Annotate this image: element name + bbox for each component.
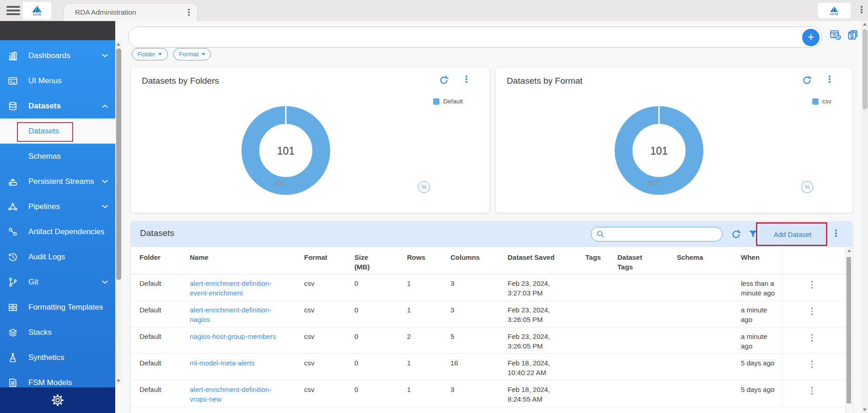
filter-chip-label: Format [179,51,198,58]
sidebar-subitem-datasets[interactable]: Datasets [0,118,115,144]
sidebar-item-fsm-models[interactable]: FSM Models [0,370,115,387]
streams-icon [7,176,18,187]
row-menu-icon[interactable] [811,307,813,327]
sidebar-scrollbar[interactable] [115,41,122,384]
cell-schema [677,274,741,300]
legend-swatch [433,98,439,105]
legend-label: csv [822,98,831,105]
scroll-down-icon[interactable] [117,380,120,382]
column-header[interactable]: Columns [450,247,508,274]
row-menu-icon[interactable] [811,360,813,380]
scroll-up-icon[interactable] [847,249,851,252]
scroll-down-icon[interactable] [863,408,867,411]
table-row: Default nagios-host-group-members csv 0 … [131,327,852,354]
legend-item-default[interactable]: Default [433,98,463,105]
column-header[interactable]: When [741,247,782,274]
sidebar-item-persistent-streams[interactable]: Persistent Streams [0,169,115,194]
save-layout-icon[interactable] [847,28,859,43]
column-header[interactable]: Folder [139,247,190,274]
cell-dataset-tags [617,381,677,407]
sidebar-item-label: Datasets [28,102,61,111]
sidebar-item-synthetics[interactable]: Synthetics [0,345,115,370]
cell-columns: 5 [450,327,508,354]
sidebar-item-stacks[interactable]: Stacks [0,320,115,345]
donut-data-label: 101 [274,179,285,187]
dataset-name-link[interactable]: alert-enrichment-definition-nagios [190,301,304,327]
hamburger-menu-icon[interactable] [6,6,20,15]
dashboards-icon [7,50,18,61]
refresh-icon[interactable] [802,75,812,87]
column-header[interactable]: Size(MB) [354,247,407,274]
sidebar-item-formatting-templates[interactable]: Formatting Templates [0,295,115,320]
cell-when: a minute ago [741,327,782,354]
percent-toggle-button[interactable]: % [801,181,813,193]
sidebar-item-pipelines[interactable]: Pipelines [0,194,115,219]
scroll-up-icon[interactable] [117,43,120,46]
logo-text: AOTB [830,13,838,16]
sidebar-subitem-schemas[interactable]: Schemas [0,144,115,169]
refresh-icon[interactable] [731,229,741,241]
sidebar-item-label: UI Menus [28,76,62,86]
page-scrollbar[interactable] [862,21,868,413]
sidebar-item-ui-menus[interactable]: UI Menus [0,68,115,93]
column-header[interactable]: Schema [677,247,741,274]
dataset-name-link[interactable]: alert-enrichment-definition-vrops-new [190,381,304,407]
table-menu-icon[interactable] [835,230,837,237]
scroll-up-icon[interactable] [863,23,867,26]
add-dataset-button[interactable]: Add Dataset [760,225,825,243]
donut-total: 101 [650,145,668,157]
filter-chip-folder[interactable]: Folder [132,48,168,60]
row-menu-icon[interactable] [811,387,813,407]
cell-tags [585,274,617,300]
column-header[interactable]: Format [304,247,354,274]
sidebar-scrollbar-thumb[interactable] [116,48,121,280]
dataset-name-link[interactable]: ml-model-meta-alerts [190,354,304,380]
donut-data-label: 101 [648,179,659,187]
global-search-input[interactable] [139,29,797,45]
filter-chip-format[interactable]: Format [173,48,211,60]
table-search-input[interactable] [608,231,713,238]
filter-funnel-icon[interactable] [748,229,758,241]
stacks-icon [7,327,18,338]
row-menu-icon[interactable] [811,281,813,300]
sidebar-item-git[interactable]: Git [0,269,115,295]
cell-dataset-tags [617,274,677,300]
cell-tags [585,381,617,407]
cell-rows: 1 [407,274,450,300]
sidebar-item-label: Pipelines [28,202,60,211]
column-header[interactable]: Rows [407,247,450,274]
cell-folder: Default [139,327,190,354]
cell-size: 0 [354,301,407,327]
refresh-icon[interactable] [439,75,449,87]
column-header[interactable]: Name [190,247,304,274]
dataset-name-link[interactable]: nagios-host-group-members [190,327,304,354]
history-icon[interactable] [829,29,841,43]
gear-icon[interactable] [51,393,64,407]
cell-format: csv [304,327,354,354]
column-header[interactable]: Dataset Saved [508,247,585,274]
sidebar-item-dashboards[interactable]: Dashboards [0,43,115,68]
add-filter-button[interactable]: + [802,29,820,46]
column-header[interactable]: Tags [585,247,617,274]
sidebar-item-audit-logs[interactable]: Audit Logs [0,244,115,269]
browser-tab[interactable]: RDA Administration [64,3,198,21]
card-menu-icon[interactable] [466,75,467,83]
tab-menu-icon[interactable] [188,9,190,16]
table-scrollbar-thumb[interactable] [847,257,851,403]
account-logo-button[interactable]: AOTB [818,3,851,18]
app-logo: AOTB [23,2,51,19]
card-menu-icon[interactable] [829,75,830,83]
cell-dataset-tags [617,327,677,354]
percent-toggle-button[interactable]: % [418,181,430,193]
formatting-templates-icon [7,302,18,313]
dataset-name-link[interactable]: alert-enrichment-definition-event-enrich… [190,274,304,300]
page-scrollbar-thumb[interactable] [863,29,868,109]
column-header[interactable] [782,247,845,274]
browser-menu-icon[interactable] [861,6,863,13]
sidebar-item-artifact-dependencies[interactable]: Artifact Dependencies [0,219,115,244]
sidebar-item-datasets[interactable]: Datasets [0,93,115,118]
row-menu-icon[interactable] [811,334,813,354]
table-scrollbar[interactable] [845,247,852,413]
column-header[interactable]: DatasetTags [617,247,677,274]
legend-item-csv[interactable]: csv [812,98,831,105]
